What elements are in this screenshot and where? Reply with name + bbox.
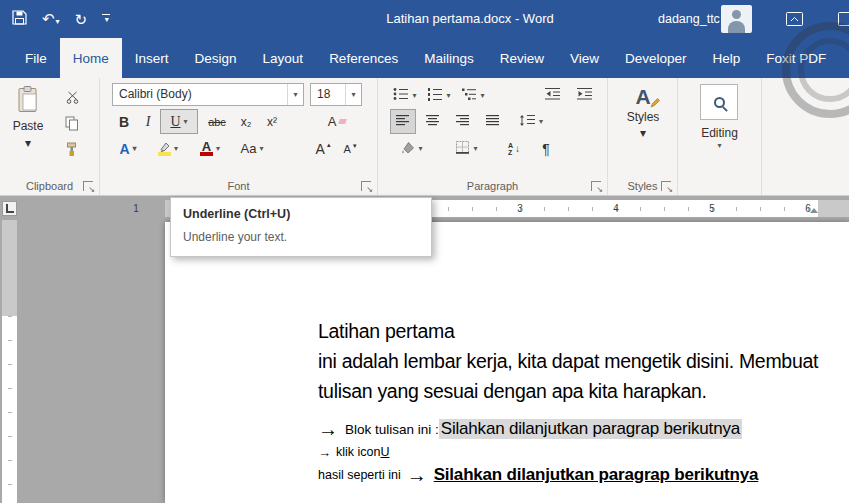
- align-right-button[interactable]: [450, 109, 476, 134]
- tab-review[interactable]: Review: [487, 38, 557, 78]
- highlighter-icon: [158, 142, 171, 156]
- shrink-font-label: A: [344, 143, 351, 155]
- chevron-down-icon[interactable]: ▾: [418, 144, 422, 153]
- minimize-button[interactable]: [838, 12, 849, 30]
- user-avatar[interactable]: [721, 5, 752, 33]
- text-effects-button[interactable]: A▾: [112, 136, 144, 161]
- undo-button[interactable]: ↶▾: [42, 10, 60, 28]
- tab-mailings[interactable]: Mailings: [411, 38, 487, 78]
- sort-button[interactable]: AZ ↓: [500, 136, 528, 161]
- superscript-label: x²: [267, 115, 277, 129]
- chevron-down-icon[interactable]: ▾: [287, 84, 303, 105]
- chevron-down-icon[interactable]: ▾: [446, 91, 450, 100]
- quick-access-toolbar: ↶▾ ↻ ▾: [12, 0, 110, 38]
- chevron-down-icon[interactable]: ▾: [345, 84, 361, 105]
- step3-label: hasil seperti ini: [318, 468, 401, 482]
- step2-prefix: klik icon: [336, 445, 380, 459]
- grow-font-button[interactable]: A▴: [310, 136, 336, 161]
- chevron-down-icon[interactable]: ▾: [678, 141, 761, 150]
- redo-button[interactable]: ↻: [75, 12, 88, 27]
- tab-layout[interactable]: Layout: [250, 38, 317, 78]
- styles-dialog-launcher-icon[interactable]: ↘: [661, 181, 671, 191]
- tab-stop-selector[interactable]: [2, 201, 17, 216]
- numbered-list-icon: [427, 87, 443, 104]
- shrink-font-button[interactable]: A▾: [338, 136, 362, 161]
- account-name[interactable]: dadang_ttc: [658, 0, 720, 38]
- chevron-down-icon[interactable]: ▾: [216, 144, 220, 153]
- decrease-indent-button[interactable]: [540, 83, 566, 108]
- chevron-down-icon[interactable]: ▾: [473, 144, 477, 153]
- shading-button[interactable]: ▾: [394, 136, 428, 161]
- clear-formatting-button[interactable]: A: [322, 109, 352, 134]
- tab-insert[interactable]: Insert: [122, 38, 182, 78]
- italic-label: I: [146, 114, 151, 130]
- align-left-button[interactable]: [390, 109, 416, 134]
- superscript-button[interactable]: x²: [260, 109, 284, 134]
- clipboard-dialog-launcher-icon[interactable]: ↘: [83, 181, 93, 191]
- tab-view[interactable]: View: [557, 38, 612, 78]
- subscript-button[interactable]: x₂: [234, 109, 258, 134]
- underline-button[interactable]: U ▾: [160, 109, 198, 134]
- paragraph-dialog-launcher-icon[interactable]: ↘: [591, 181, 601, 191]
- font-color-button[interactable]: A ▾: [192, 136, 228, 161]
- line-spacing-button[interactable]: ▾: [514, 109, 548, 134]
- numbering-button[interactable]: ▾: [424, 83, 454, 108]
- editing-menu-button[interactable]: Editing: [678, 126, 761, 140]
- save-icon[interactable]: [12, 10, 27, 29]
- change-case-button[interactable]: Aa▾: [234, 136, 270, 161]
- tooltip-title: Underline (Ctrl+U): [183, 207, 419, 221]
- tab-design[interactable]: Design: [182, 38, 250, 78]
- chevron-down-icon[interactable]: ▾: [133, 144, 137, 153]
- ribbon-display-options-button[interactable]: [786, 12, 803, 30]
- bold-button[interactable]: B: [112, 109, 136, 134]
- chevron-down-icon[interactable]: ▾: [480, 91, 484, 100]
- font-dialog-launcher-icon[interactable]: ↘: [361, 181, 371, 191]
- up-arrow-icon: ▴: [327, 141, 331, 149]
- customize-qat-button[interactable]: ▾: [102, 14, 110, 24]
- font-size-select[interactable]: 18 ▾: [310, 83, 362, 106]
- chevron-down-icon[interactable]: ▾: [174, 144, 178, 153]
- change-case-label: Aa: [241, 141, 257, 156]
- chevron-down-icon[interactable]: ▾: [56, 17, 60, 26]
- multilevel-list-button[interactable]: ▾: [458, 83, 488, 108]
- highlight-color-button[interactable]: ▾: [150, 136, 186, 161]
- format-painter-icon: [65, 142, 79, 160]
- chevron-down-icon[interactable]: ▾: [259, 144, 263, 153]
- copy-button[interactable]: [56, 112, 88, 137]
- borders-button[interactable]: ▾: [450, 136, 484, 161]
- tab-tell-me[interactable]: Tell: [839, 38, 849, 78]
- font-name-select[interactable]: Calibri (Body) ▾: [112, 83, 304, 106]
- chevron-down-icon[interactable]: ▾: [539, 117, 543, 126]
- paste-button[interactable]: Paste ▾: [6, 82, 50, 156]
- tab-home[interactable]: Home: [60, 38, 122, 78]
- vertical-ruler[interactable]: [2, 220, 17, 503]
- chevron-down-icon[interactable]: ▾: [184, 117, 188, 126]
- tab-developer[interactable]: Developer: [612, 38, 700, 78]
- styles-group: A Styles ▾ Styles ↘: [608, 78, 678, 195]
- underline-tooltip: Underline (Ctrl+U) Underline your text.: [170, 197, 432, 257]
- bullets-button[interactable]: ▾: [390, 83, 420, 108]
- ruler-number: 3: [517, 203, 523, 214]
- format-painter-button[interactable]: [56, 138, 88, 163]
- clipboard-icon: [17, 86, 39, 116]
- align-center-button[interactable]: [420, 109, 446, 134]
- tab-help[interactable]: Help: [700, 38, 754, 78]
- tab-references[interactable]: References: [316, 38, 411, 78]
- strikethrough-button[interactable]: abc: [202, 109, 232, 134]
- document-page[interactable]: Latihan pertama ini adalah lembar kerja,…: [165, 222, 849, 503]
- tab-file[interactable]: File: [12, 38, 60, 78]
- justify-button[interactable]: [480, 109, 506, 134]
- cut-button[interactable]: [56, 86, 88, 111]
- show-hide-marks-button[interactable]: ¶: [534, 136, 558, 161]
- arrow-right-icon: →: [318, 446, 331, 459]
- tab-foxit-pdf[interactable]: Foxit PDF: [753, 38, 839, 78]
- text-effects-label: A: [119, 141, 129, 157]
- italic-button[interactable]: I: [140, 109, 156, 134]
- multilevel-list-icon: [461, 87, 477, 104]
- chevron-down-icon[interactable]: ▾: [412, 91, 416, 100]
- align-right-icon: [456, 114, 470, 129]
- font-size-value: 18: [311, 84, 345, 105]
- increase-indent-button[interactable]: [572, 83, 598, 108]
- find-button[interactable]: [700, 84, 738, 120]
- styles-button[interactable]: A Styles ▾: [616, 82, 670, 152]
